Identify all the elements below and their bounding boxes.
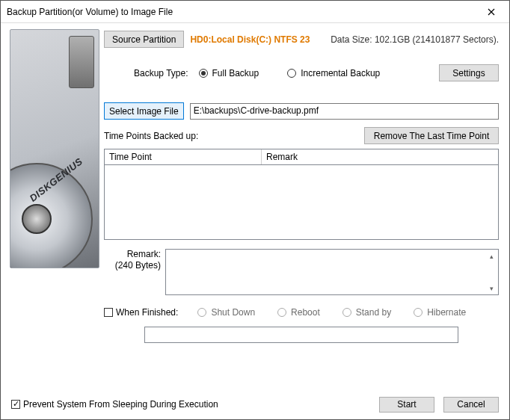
radio-shutdown: Shut Down [197,307,255,318]
when-finished-checkbox[interactable]: When Finished: [104,307,178,318]
prevent-sleep-label: Prevent System From Sleeping During Exec… [23,399,218,410]
remark-label: Remark: [104,249,161,260]
radio-reboot: Reboot [277,307,320,318]
source-partition-value: HD0:Local Disk(C:) NTFS 237. [190,34,310,45]
start-button[interactable]: Start [379,397,434,413]
progress-bar [144,327,458,343]
checkbox-icon [11,400,20,409]
backup-type-label: Backup Type: [134,68,188,78]
harddrive-illustration: DISKGENIUS [10,29,99,268]
radio-icon [199,69,208,78]
scroll-down-icon[interactable]: ▾ [486,282,497,294]
when-finished-label: When Finished: [116,307,178,318]
radio-icon [287,69,296,78]
window-title: Backup Partition(or Volume) to Image Fil… [7,7,476,17]
remove-last-time-point-button[interactable]: Remove The Last Time Point [364,127,499,144]
close-button[interactable] [476,1,506,22]
radio-hibernate: Hibernate [414,307,466,318]
remark-bytes-label: (240 Bytes) [104,260,161,271]
time-points-label: Time Points Backed up: [104,131,198,141]
radio-standby: Stand by [342,307,391,318]
remark-textarea[interactable]: ▴ ▾ [165,249,499,295]
time-points-table: Time Point Remark [104,149,499,240]
time-points-body [104,165,499,240]
sidebar-image: DISKGENIUS [1,23,101,389]
close-icon [488,8,495,16]
column-remark[interactable]: Remark [262,149,498,164]
source-partition-button[interactable]: Source Partition [104,31,184,48]
radio-incremental-label: Incremental Backup [301,68,380,78]
scroll-up-icon[interactable]: ▴ [486,250,497,262]
select-image-file-button[interactable]: Select Image File [104,102,184,120]
settings-button[interactable]: Settings [439,64,499,81]
image-file-path-input[interactable]: E:\backups\C-drive-backup.pmf [190,103,499,120]
radio-icon [414,308,423,317]
checkbox-icon [104,308,113,317]
data-size-label: Data Size: 102.1GB (214101877 Sectors). [331,34,499,45]
radio-icon [277,308,286,317]
radio-full-backup[interactable]: Full Backup [199,68,259,78]
prevent-sleep-checkbox[interactable]: Prevent System From Sleeping During Exec… [11,399,218,410]
radio-full-label: Full Backup [212,68,259,78]
column-time-point[interactable]: Time Point [105,149,262,164]
radio-icon [197,308,206,317]
remark-label-group: Remark: (240 Bytes) [104,249,161,295]
radio-icon [342,308,351,317]
cancel-button[interactable]: Cancel [443,397,499,413]
radio-incremental-backup[interactable]: Incremental Backup [287,68,380,78]
titlebar: Backup Partition(or Volume) to Image Fil… [1,1,509,23]
